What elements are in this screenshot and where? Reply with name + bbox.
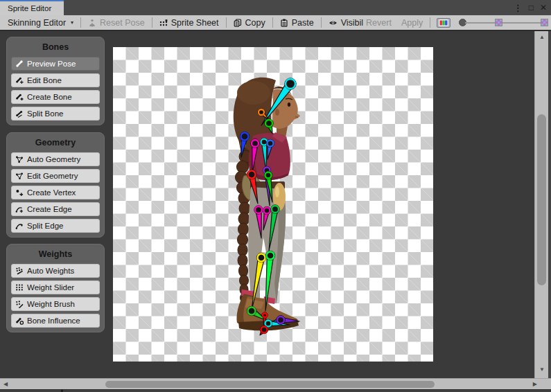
sprite-canvas[interactable] (113, 47, 433, 362)
split-edge-button[interactable]: Split Edge (11, 219, 100, 233)
visibility-label: Visibil (341, 18, 363, 28)
horizontal-scrollbar-thumb[interactable] (105, 381, 435, 388)
button-label: Bone Influence (27, 317, 80, 325)
bone-joint[interactable] (248, 308, 256, 315)
toolbar-separator (226, 17, 227, 28)
reset-pose-button[interactable]: Reset Pose (83, 15, 150, 30)
visibility-button[interactable]: Visibil (324, 15, 363, 30)
button-label: Weight Slider (27, 283, 74, 292)
weight-slider-button[interactable]: Weight Slider (11, 280, 100, 294)
scroll-left-icon[interactable]: ◀ (3, 381, 8, 387)
edit-bone-button[interactable]: Edit Bone (11, 73, 100, 87)
chevron-down-icon: ▾ (71, 19, 73, 26)
create-vertex-button[interactable]: Create Vertex (11, 186, 100, 199)
bone-joint[interactable] (265, 172, 272, 179)
horizontal-scrollbar[interactable]: ◀ ▶ (0, 378, 551, 389)
bone-joint[interactable] (265, 321, 272, 327)
bone-joint[interactable] (255, 206, 262, 213)
maximize-icon[interactable]: □ (529, 3, 534, 12)
button-label: Weight Brush (27, 300, 75, 308)
create-edge-button[interactable]: Create Edge (11, 202, 100, 216)
auto-weights-button[interactable]: Auto Weights (11, 264, 100, 278)
bone-joint[interactable] (268, 141, 274, 147)
apply-label: Apply (401, 18, 423, 28)
close-icon[interactable]: ✕ (540, 3, 547, 12)
panel-title: Weights (11, 249, 100, 259)
split-edge-icon (15, 222, 24, 230)
panel-bones: BonesPreview PoseEdit BoneCreate BoneSpl… (6, 37, 105, 125)
panel-weights: WeightsAuto WeightsWeight SliderWeight B… (6, 244, 105, 332)
slider-track[interactable] (502, 22, 541, 24)
auto-weights-icon (15, 267, 24, 275)
window-controls: ⋮ □ ✕ (514, 0, 547, 15)
color-swatch-button[interactable] (437, 18, 451, 28)
auto-geometry-button[interactable]: Auto Geometry (11, 152, 100, 166)
bone-influence-button[interactable]: Bone Influence (11, 314, 100, 328)
sprite-sheet-button[interactable]: Sprite Sheet (155, 15, 224, 30)
edit-geometry-button[interactable]: Edit Geometry (11, 169, 100, 183)
tab-title: Sprite Editor (8, 4, 51, 12)
vertical-scrollbar-thumb[interactable] (537, 114, 546, 285)
visibility-opacity-slider[interactable] (459, 15, 549, 30)
skinning-mode-label: Skinning Editor (8, 18, 66, 28)
skinning-mode-dropdown[interactable]: Skinning Editor ▾ (3, 15, 78, 30)
panel-title: Bones (11, 42, 100, 52)
scroll-up-icon[interactable]: ▲ (535, 34, 549, 40)
split-bone-button[interactable]: Split Bone (11, 107, 100, 121)
sprite-editor-tab[interactable]: Sprite Editor (0, 0, 64, 15)
person-icon (88, 19, 96, 27)
bone-joint[interactable] (248, 171, 256, 179)
slider-track[interactable] (465, 22, 496, 24)
scroll-down-icon[interactable]: ▼ (535, 366, 549, 373)
revert-button[interactable]: Revert (363, 15, 396, 30)
button-label: Create Edge (27, 205, 72, 213)
create-edge-icon (15, 205, 24, 213)
bone-joint[interactable] (264, 208, 270, 214)
copy-button[interactable]: Copy (229, 15, 270, 30)
toolbar: Skinning Editor ▾ Reset Pose Sprite Shee… (0, 15, 551, 31)
panel-geometry: GeometryAuto GeometryEdit GeometryCreate… (6, 132, 105, 238)
bone-joint[interactable] (263, 313, 267, 317)
bone-joint[interactable] (258, 254, 265, 262)
sprite-editor-window: Sprite Editor ⋮ □ ✕ Skinning Editor ▾ Re… (0, 0, 551, 392)
apply-button[interactable]: Apply (396, 15, 428, 30)
bone-joint[interactable] (265, 120, 272, 127)
toolbar-separator (430, 17, 430, 28)
copy-icon (234, 19, 242, 27)
window-right-edge (548, 31, 551, 378)
preview-pose-icon (15, 60, 24, 68)
preview-pose-button[interactable]: Preview Pose (11, 57, 100, 71)
split-bone-icon (15, 109, 24, 118)
sprite-sheet-label: Sprite Sheet (171, 18, 219, 28)
toolbar-separator (272, 17, 273, 28)
editor-content: BonesPreview PoseEdit BoneCreate BoneSpl… (0, 31, 534, 378)
bone-joint[interactable] (241, 133, 249, 141)
paste-button[interactable]: Paste (275, 15, 319, 30)
revert-label: Revert (366, 18, 392, 28)
toolbar-separator (321, 17, 322, 28)
bone-joint[interactable] (261, 327, 268, 333)
sprite-opacity-swatch[interactable] (541, 19, 548, 26)
vertical-scrollbar[interactable]: ▲ ▼ (534, 31, 548, 378)
button-label: Split Bone (27, 109, 63, 118)
paste-label: Paste (292, 18, 314, 28)
bone-joint[interactable] (286, 79, 295, 89)
bone-joint[interactable] (272, 206, 279, 213)
kebab-menu-icon[interactable]: ⋮ (514, 3, 523, 12)
bone-joint[interactable] (277, 317, 284, 323)
bone-opacity-swatch[interactable] (495, 19, 502, 26)
weight-slider-icon (15, 283, 24, 292)
edit-geometry-icon (15, 172, 24, 180)
weight-brush-button[interactable]: Weight Brush (11, 297, 100, 311)
button-label: Edit Geometry (27, 172, 78, 180)
bone-influence-icon (15, 317, 24, 325)
bone-joint[interactable] (252, 140, 259, 147)
create-bone-button[interactable]: Create Bone (11, 90, 100, 104)
rgb-stripes-icon (439, 19, 448, 26)
button-label: Edit Bone (27, 76, 62, 84)
bone-joint[interactable] (259, 109, 264, 115)
scroll-right-icon[interactable]: ▶ (533, 381, 537, 387)
button-label: Split Edge (27, 222, 63, 230)
bone-joint[interactable] (267, 252, 274, 260)
button-label: Create Bone (27, 93, 72, 101)
